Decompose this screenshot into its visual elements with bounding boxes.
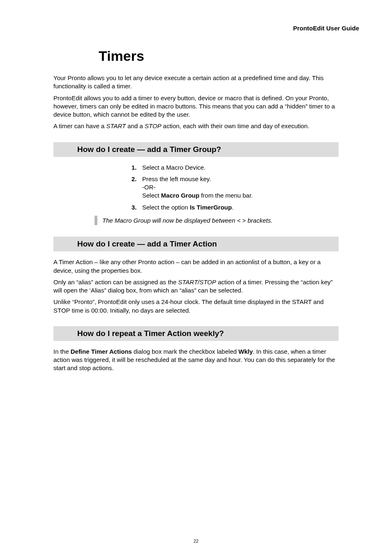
page: ProntoEdit User Guide Timers Your Pronto… <box>0 0 392 555</box>
sec2-paragraph-2: Only an “alias” action can be assigned a… <box>53 278 339 295</box>
step-body: Select the option Is TimerGroup. <box>142 203 233 212</box>
text-run: Select <box>142 192 161 199</box>
text-run: dialog box mark the checkbox labeled <box>132 348 238 355</box>
note-text: The Macro Group will now be displayed be… <box>102 216 272 226</box>
define-timer-actions-bold: Define Timer Actions <box>71 348 132 355</box>
text-run: Select the option <box>142 204 190 211</box>
step-number: 1. <box>131 164 142 172</box>
text-run: and a <box>126 122 145 129</box>
section-heading-3: How do I repeat a Timer Action weekly? <box>77 329 339 338</box>
text-run: . <box>232 204 233 211</box>
start-italic: START <box>106 122 126 129</box>
step-body: Press the left mouse key. -OR- Select Ma… <box>142 175 253 200</box>
steps-list-1: 1. Select a Macro Device. 2. Press the l… <box>53 164 339 212</box>
step-line: Press the left mouse key. <box>142 175 253 183</box>
page-number: 22 <box>0 539 392 543</box>
step-3: 3. Select the option Is TimerGroup. <box>131 203 339 212</box>
intro-paragraph-2: ProntoEdit allows you to add a timer to … <box>53 94 339 119</box>
sec3-paragraph-1: In the Define Timer Actions dialog box m… <box>53 348 339 373</box>
section-heading-bar-2: How do I create — add a Timer Action <box>53 237 339 251</box>
chapter-title: Timers <box>99 48 359 64</box>
is-timergroup-bold: Is TimerGroup <box>190 204 232 211</box>
text-run: from the menu bar. <box>199 192 253 199</box>
section-heading-bar-1: How do I create — add a Timer Group? <box>53 142 339 157</box>
sec2-paragraph-3: Unlike “Pronto”, ProntoEdit only uses a … <box>53 298 339 315</box>
wkly-bold: Wkly <box>238 348 253 355</box>
note-bar-icon <box>95 216 97 226</box>
section-heading-1: How do I create — add a Timer Group? <box>77 145 339 154</box>
stop-italic: STOP <box>145 122 161 129</box>
text-run: In the <box>53 348 71 355</box>
text-run: A timer can have a <box>53 122 106 129</box>
step-body: Select a Macro Device. <box>142 164 205 172</box>
step-number: 2. <box>131 175 142 183</box>
section-heading-2: How do I create — add a Timer Action <box>77 240 339 249</box>
text-run: action, each with their own time and day… <box>161 122 309 129</box>
section-heading-bar-3: How do I repeat a Timer Action weekly? <box>53 326 339 341</box>
running-head: ProntoEdit User Guide <box>33 25 359 32</box>
step-line: Select Macro Group from the menu bar. <box>142 191 253 200</box>
step-2: 2. Press the left mouse key. -OR- Select… <box>131 175 339 200</box>
intro-paragraph-1: Your Pronto allows you to let any device… <box>53 74 339 91</box>
step-number: 3. <box>131 203 142 212</box>
intro-paragraph-3: A timer can have a START and a STOP acti… <box>53 122 339 130</box>
step-1: 1. Select a Macro Device. <box>131 164 339 172</box>
macro-group-bold: Macro Group <box>161 192 199 199</box>
text-run: Only an “alias” action can be assigned a… <box>53 279 178 286</box>
note-callout: The Macro Group will now be displayed be… <box>53 216 339 226</box>
step-line: -OR- <box>142 183 253 191</box>
start-stop-italic: START/STOP <box>178 279 217 286</box>
sec2-paragraph-1: A Timer Action – like any other Pronto a… <box>53 258 339 275</box>
